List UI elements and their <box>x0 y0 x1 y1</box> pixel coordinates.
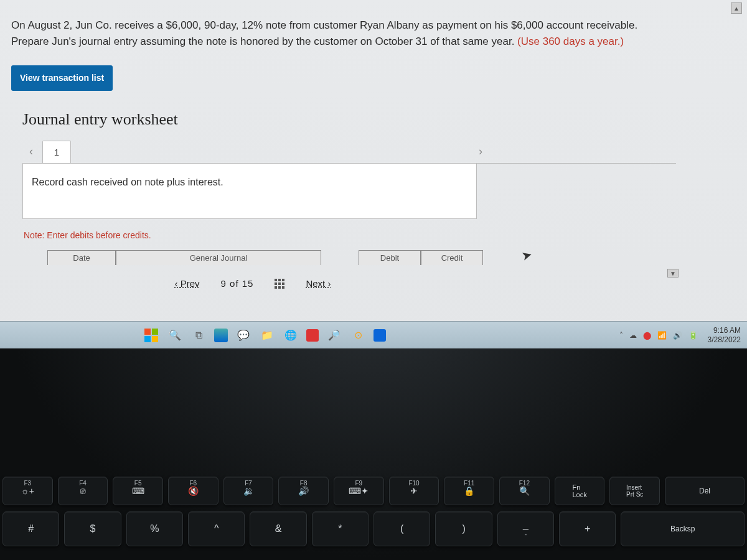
task-view-icon[interactable]: ⧉ <box>190 327 207 343</box>
key-$[interactable]: $ <box>64 511 121 546</box>
scroll-up-button[interactable]: ▲ <box>731 2 742 14</box>
search-icon[interactable]: 🔍 <box>167 327 183 343</box>
col-date: Date <box>47 250 116 265</box>
key-f4[interactable]: F4⎚ <box>58 477 108 505</box>
keyboard: F3☼+F4⎚F5⌨F6🔇F7🔉F8🔊F9⌨✦F10✈F11🔒F12🔍FnLoc… <box>0 473 747 560</box>
prev-label: Prev <box>181 278 200 289</box>
edge-icon[interactable]: 🌐 <box>283 327 299 343</box>
problem-line-2-hint: (Use 360 days a year.) <box>517 35 624 47</box>
journal-table-header: Date General Journal Debit Credit <box>47 250 483 265</box>
key-f5[interactable]: F5⌨ <box>113 477 163 505</box>
key-f6[interactable]: F6🔇 <box>168 477 218 505</box>
key-insert-prt-sc[interactable]: InsertPrt Sc <box>609 477 660 505</box>
clock-time: 9:16 AM <box>708 326 741 335</box>
security-icon[interactable]: ⬤ <box>643 331 651 340</box>
key-f7[interactable]: F7🔉 <box>223 477 274 505</box>
worksheet-page-tab[interactable]: 1 <box>42 141 71 163</box>
windows-taskbar: 🔍 ⧉ 💬 📁 🌐 🔎 ⊙ ˄ ☁ ⬤ 📶 🔊 🔋 9:16 AM 3/28/2… <box>0 321 747 348</box>
key-&[interactable]: & <box>250 511 306 546</box>
key-fn-lock[interactable]: FnLock <box>555 477 605 505</box>
laptop-body: F3☼+F4⎚F5⌨F6🔇F7🔉F8🔊F9⌨✦F10✈F11🔒F12🔍FnLoc… <box>0 348 747 560</box>
app-icon-2[interactable] <box>306 329 319 342</box>
file-explorer-icon[interactable]: 📁 <box>259 327 275 343</box>
prev-button[interactable]: ‹ Prev <box>175 276 200 291</box>
key-del[interactable]: Del <box>665 477 745 505</box>
problem-line-1: On August 2, Jun Co. receives a $6,000, … <box>11 17 736 34</box>
app-icon-3[interactable]: 🔎 <box>326 327 342 343</box>
grid-view-icon[interactable] <box>275 279 284 289</box>
onedrive-icon[interactable]: ☁ <box>629 331 637 340</box>
worksheet-instruction: Record cash received on note plus intere… <box>22 164 477 220</box>
key-([interactable]: ( <box>374 511 430 546</box>
scroll-down-button[interactable]: ▼ <box>667 269 679 278</box>
key-_[interactable]: _- <box>497 511 554 546</box>
battery-icon[interactable]: 🔋 <box>688 331 698 340</box>
key-f10[interactable]: F10✈ <box>389 477 439 505</box>
wifi-icon[interactable]: 📶 <box>657 331 667 340</box>
volume-icon[interactable]: 🔊 <box>673 331 682 340</box>
tray-chevron-icon[interactable]: ˄ <box>619 331 623 340</box>
key-%[interactable]: % <box>126 511 183 546</box>
start-menu-icon[interactable] <box>143 327 159 343</box>
key-f11[interactable]: F11🔒 <box>444 477 494 505</box>
app-icon-1[interactable] <box>214 329 228 342</box>
col-general-journal: General Journal <box>116 250 321 265</box>
key-)[interactable]: ) <box>435 511 492 546</box>
system-clock[interactable]: 9:16 AM 3/28/2022 <box>708 326 741 344</box>
key-^[interactable]: ^ <box>188 511 245 546</box>
worksheet-next-page[interactable]: › <box>472 141 489 163</box>
key-f9[interactable]: F9⌨✦ <box>334 477 384 505</box>
key-+[interactable]: + <box>559 511 616 546</box>
clock-date: 3/28/2022 <box>708 335 741 344</box>
key-*[interactable]: * <box>312 511 369 546</box>
col-credit: Credit <box>421 250 483 265</box>
view-transaction-list-button[interactable]: View transaction list <box>11 65 113 91</box>
key-f3[interactable]: F3☼+ <box>2 477 53 505</box>
worksheet-note: Note: Enter debits before credits. <box>22 226 676 249</box>
key-f12[interactable]: F12🔍 <box>499 477 550 505</box>
next-label: Next <box>306 278 325 289</box>
chat-icon[interactable]: 💬 <box>235 327 251 343</box>
col-debit: Debit <box>359 250 421 265</box>
worksheet-prev-page[interactable]: ‹ <box>22 141 40 163</box>
problem-line-2-text: Prepare Jun's journal entry assuming the… <box>11 35 517 47</box>
page-count: 9 of 15 <box>221 276 254 291</box>
problem-line-2: Prepare Jun's journal entry assuming the… <box>11 34 736 50</box>
key-#[interactable]: # <box>2 511 59 546</box>
key-f8[interactable]: F8🔊 <box>278 477 329 505</box>
key-Backsp[interactable]: Backsp <box>621 511 745 546</box>
app-icon-4[interactable]: ⊙ <box>350 327 366 343</box>
worksheet-title: Journal entry worksheet <box>22 107 676 132</box>
next-button[interactable]: Next › <box>306 276 331 291</box>
settings-icon[interactable] <box>374 329 386 342</box>
